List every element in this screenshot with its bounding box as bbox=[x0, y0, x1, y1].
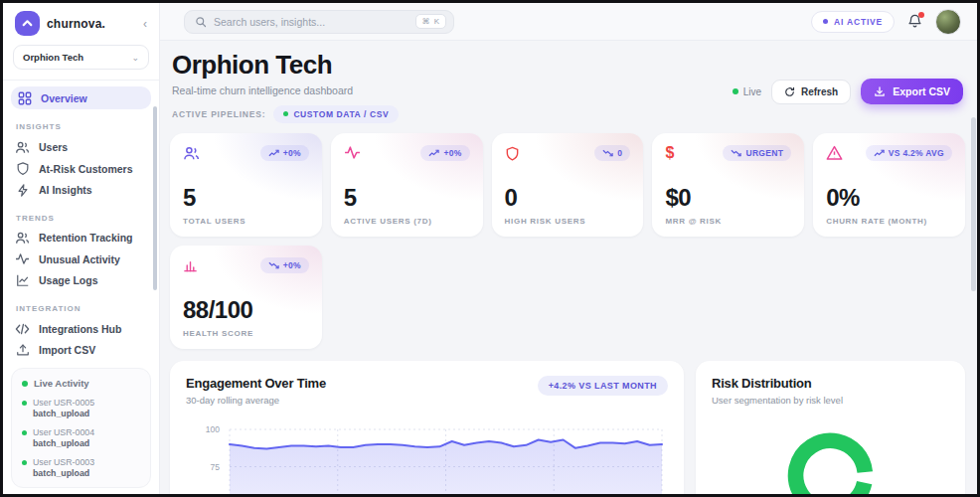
sidebar-item-label: At-Risk Customers bbox=[39, 163, 133, 175]
workspace-selector[interactable]: Orphion Tech ⌄ bbox=[13, 45, 149, 70]
stat-card-churn-rate[interactable]: VS 4.2% AVG 0% CHURN RATE (MONTH) bbox=[813, 133, 965, 237]
live-activity-header: Live Activity bbox=[22, 378, 140, 389]
export-csv-button[interactable]: Export CSV bbox=[861, 79, 963, 104]
notification-dot bbox=[918, 12, 924, 18]
chart-line-icon bbox=[15, 273, 30, 288]
page-content: Orphion Tech Real-time churn intelligenc… bbox=[160, 41, 977, 494]
sidebar-item-label: Users bbox=[39, 141, 68, 153]
stat-card-health-score[interactable]: +0% 88/100 HEALTH SCORE bbox=[170, 246, 322, 349]
workspace-name: Orphion Tech bbox=[23, 52, 83, 63]
live-entry-user: User USR-0003 bbox=[33, 457, 94, 467]
stat-card-mrr-at-risk[interactable]: $ URGENT $0 MRR @ RISK bbox=[652, 133, 804, 237]
sidebar-item-label: AI Insights bbox=[39, 184, 92, 196]
shield-icon bbox=[505, 145, 520, 166]
keyboard-shortcut-badge: ⌘ K bbox=[415, 14, 446, 29]
live-dot-icon bbox=[22, 430, 27, 435]
status-badge: +0% bbox=[260, 145, 309, 161]
engagement-panel: Engagement Over Time 30-day rolling aver… bbox=[170, 361, 684, 494]
engagement-subtitle: 30-day rolling average bbox=[186, 395, 326, 406]
notifications-button[interactable] bbox=[907, 14, 922, 29]
section-title-integration: INTEGRATION bbox=[3, 291, 159, 318]
sidebar-item-retention-tracking[interactable]: Retention Tracking bbox=[3, 228, 159, 248]
risk-title: Risk Distribution bbox=[712, 376, 843, 391]
svg-text:100: 100 bbox=[206, 424, 220, 434]
refresh-label: Refresh bbox=[801, 86, 838, 97]
stat-card-total-users[interactable]: +0% 5 TOTAL USERS bbox=[170, 133, 322, 237]
sidebar-item-at-risk-customers[interactable]: At-Risk Customers bbox=[3, 158, 159, 179]
sidebar-collapse-button[interactable]: ‹ bbox=[143, 17, 149, 31]
search-icon bbox=[195, 16, 207, 28]
list-item[interactable]: User USR-0005 batch_upload bbox=[22, 398, 140, 418]
trending-up-icon bbox=[428, 149, 439, 157]
trending-down-icon bbox=[268, 261, 279, 269]
list-item[interactable]: User USR-0003 batch_upload bbox=[22, 457, 140, 478]
trending-up-icon bbox=[874, 149, 885, 157]
sidebar-item-users[interactable]: Users bbox=[3, 136, 159, 157]
stat-value: 5 bbox=[344, 184, 470, 212]
live-entry-user: User USR-0004 bbox=[33, 427, 94, 437]
activity-icon bbox=[344, 145, 361, 164]
search-box[interactable]: ⌘ K bbox=[184, 10, 454, 34]
live-status-label: Live bbox=[743, 86, 761, 97]
trending-down-icon bbox=[602, 149, 613, 157]
live-dot-icon bbox=[22, 460, 27, 465]
live-dot-icon bbox=[22, 401, 27, 406]
stat-value: 88/100 bbox=[183, 296, 309, 324]
main-scrollbar[interactable] bbox=[971, 117, 976, 291]
app-window: churnova. ‹ Orphion Tech ⌄ Overview INSI… bbox=[0, 0, 980, 497]
topbar: ⌘ K AI ACTIVE bbox=[160, 3, 977, 41]
status-dot-icon bbox=[283, 111, 288, 116]
shield-icon bbox=[15, 161, 30, 176]
stat-card-active-users[interactable]: +0% 5 ACTIVE USERS (7D) bbox=[331, 133, 483, 237]
stat-value: $0 bbox=[665, 184, 791, 212]
live-entry-detail: batch_upload bbox=[33, 409, 94, 418]
sidebar-item-integrations-hub[interactable]: Integrations Hub bbox=[3, 318, 159, 339]
sidebar-item-label: Usage Logs bbox=[39, 274, 98, 286]
sidebar-item-label: Integrations Hub bbox=[39, 323, 121, 335]
sidebar-item-overview[interactable]: Overview bbox=[11, 86, 151, 110]
sidebar-item-ai-insights[interactable]: AI Insights bbox=[3, 179, 159, 200]
status-badge: URGENT bbox=[723, 145, 791, 161]
status-badge: 0 bbox=[594, 145, 630, 161]
sidebar: churnova. ‹ Orphion Tech ⌄ Overview INSI… bbox=[3, 3, 160, 494]
status-badge: +0% bbox=[260, 257, 309, 273]
engagement-area-chart: 1007550 bbox=[186, 417, 668, 494]
refresh-icon bbox=[784, 86, 795, 97]
risk-distribution-panel: Risk Distribution User segmentation by r… bbox=[696, 361, 965, 494]
ai-active-label: AI ACTIVE bbox=[834, 17, 883, 27]
upload-icon bbox=[15, 343, 30, 358]
page-title: Orphion Tech bbox=[172, 51, 399, 80]
search-input[interactable] bbox=[214, 16, 408, 28]
sidebar-item-import-csv[interactable]: Import CSV bbox=[3, 340, 159, 361]
sidebar-item-unusual-activity[interactable]: Unusual Activity bbox=[3, 248, 159, 269]
refresh-button[interactable]: Refresh bbox=[771, 80, 851, 104]
trending-up-icon bbox=[268, 149, 279, 157]
risk-donut-chart bbox=[712, 414, 949, 494]
risk-subtitle: User segmentation by risk level bbox=[712, 395, 843, 406]
pipelines-label: ACTIVE PIPELINES: bbox=[172, 109, 265, 119]
avatar[interactable] bbox=[935, 9, 961, 35]
pipeline-badge[interactable]: CUSTOM DATA / CSV bbox=[273, 105, 399, 123]
live-entry-detail: batch_upload bbox=[33, 438, 94, 448]
code-icon bbox=[15, 321, 30, 336]
list-item[interactable]: User USR-0004 batch_upload bbox=[22, 427, 140, 448]
bar-chart-icon bbox=[183, 257, 198, 277]
grid-icon bbox=[17, 90, 32, 105]
sidebar-scrollbar[interactable] bbox=[153, 106, 157, 290]
sidebar-item-usage-logs[interactable]: Usage Logs bbox=[3, 270, 159, 291]
live-activity-panel: Live Activity User USR-0005 batch_upload… bbox=[11, 368, 151, 488]
stat-card-high-risk-users[interactable]: 0 0 HIGH RISK USERS bbox=[492, 133, 644, 237]
stat-label: TOTAL USERS bbox=[183, 217, 309, 226]
live-status: Live bbox=[733, 86, 761, 97]
stat-label: CHURN RATE (MONTH) bbox=[826, 217, 952, 226]
ai-active-badge[interactable]: AI ACTIVE bbox=[811, 11, 895, 33]
status-badge: VS 4.2% AVG bbox=[866, 145, 952, 161]
engagement-badge: +4.2% VS LAST MONTH bbox=[538, 376, 668, 396]
stat-label: HEALTH SCORE bbox=[183, 329, 309, 338]
status-dot-icon bbox=[823, 19, 828, 24]
stat-label: MRR @ RISK bbox=[665, 217, 791, 226]
status-badge: +0% bbox=[420, 145, 469, 161]
svg-text:75: 75 bbox=[211, 461, 221, 471]
chevron-down-icon: ⌄ bbox=[131, 53, 139, 63]
churnova-logo-icon bbox=[15, 11, 40, 36]
